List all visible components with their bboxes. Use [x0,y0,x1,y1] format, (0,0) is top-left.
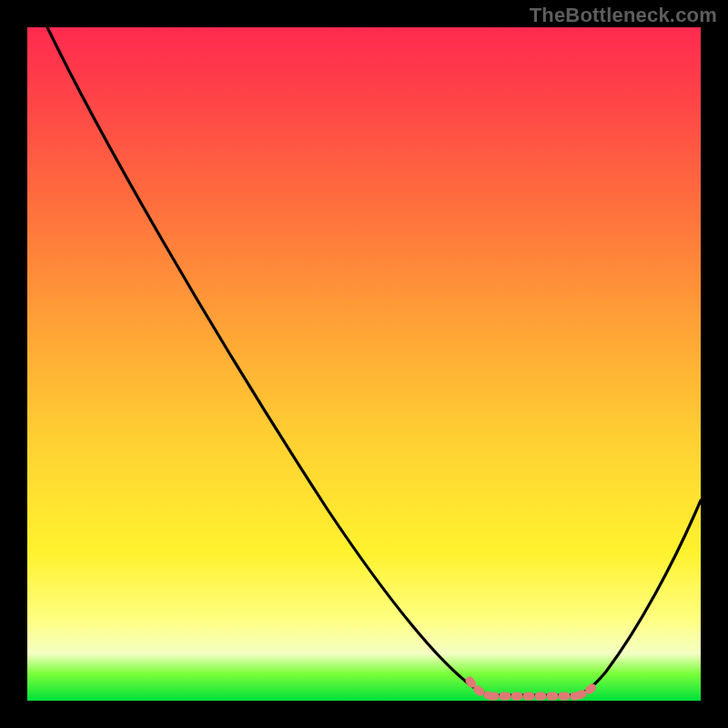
bottleneck-curve [27,27,701,701]
curve-path [47,27,701,695]
plot-area [27,27,701,701]
chart-frame: TheBottleneck.com [0,0,728,728]
floor-dots-group [470,681,597,696]
watermark-text: TheBottleneck.com [530,4,717,27]
floor-dot-right [579,682,597,695]
